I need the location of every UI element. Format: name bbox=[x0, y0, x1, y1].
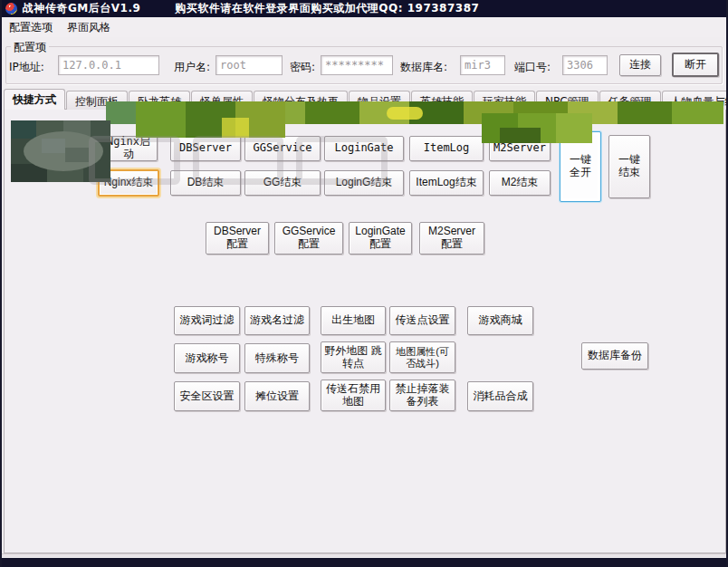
app-window: 战神传奇GM后台V1.9 购买软件请在软件登录界面购买或加代理QQ: 19738… bbox=[0, 0, 728, 567]
logingate-config-button[interactable]: LoginGate 配置 bbox=[349, 222, 412, 255]
teleport-point-button[interactable]: 传送点设置 bbox=[389, 306, 455, 335]
status-strip bbox=[2, 553, 726, 557]
password-input[interactable] bbox=[321, 55, 393, 75]
game-title-button[interactable]: 游戏称号 bbox=[174, 343, 240, 373]
ip-input[interactable] bbox=[58, 55, 159, 75]
ggservice-config-button[interactable]: GGService 配置 bbox=[274, 222, 343, 255]
game-mall-button[interactable]: 游戏商城 bbox=[467, 306, 533, 335]
green-patch-left-watermark bbox=[136, 101, 285, 138]
port-label: 端口号: bbox=[514, 60, 551, 75]
wild-map-jump-button[interactable]: 野外地图 跳转点 bbox=[321, 341, 386, 373]
title-bar: 战神传奇GM后台V1.9 购买软件请在软件登录界面购买或加代理QQ: 19738… bbox=[2, 0, 726, 17]
window-bottom-border bbox=[2, 558, 726, 567]
tab-shortcuts[interactable]: 快捷方式 bbox=[4, 89, 65, 110]
db-backup-button[interactable]: 数据库备份 bbox=[581, 342, 648, 370]
map-attr-combat-button[interactable]: 地图属性(可否战斗) bbox=[389, 341, 455, 373]
translucent-text-watermark bbox=[89, 136, 388, 185]
consumable-craft-button[interactable]: 消耗品合成 bbox=[467, 381, 533, 411]
teleport-stone-ban-button[interactable]: 传送石禁用地图 bbox=[321, 380, 386, 411]
word-filter-button[interactable]: 游戏词过滤 bbox=[174, 306, 240, 335]
password-label: 密码: bbox=[290, 60, 315, 75]
database-label: 数据库名: bbox=[400, 60, 447, 75]
special-title-button[interactable]: 特殊称号 bbox=[244, 343, 310, 373]
username-label: 用户名: bbox=[174, 60, 210, 75]
stall-settings-button[interactable]: 摊位设置 bbox=[244, 381, 310, 411]
birth-map-button[interactable]: 出生地图 bbox=[321, 306, 386, 335]
menu-bar: 配置选项 界面风格 bbox=[2, 17, 726, 37]
dbserver-config-button[interactable]: DBServer 配置 bbox=[206, 222, 269, 255]
m2-stop-button[interactable]: M2结束 bbox=[489, 170, 551, 196]
app-icon bbox=[5, 3, 17, 14]
config-group-label: 配置项 bbox=[11, 40, 49, 55]
no-drop-equip-button[interactable]: 禁止掉落装备列表 bbox=[389, 380, 455, 411]
connect-button[interactable]: 连接 bbox=[619, 54, 661, 76]
username-input[interactable] bbox=[216, 55, 283, 75]
menu-ui-style[interactable]: 界面风格 bbox=[60, 18, 118, 37]
title-notice: 购买软件请在软件登录界面购买或加代理QQ: 197387387 bbox=[175, 1, 479, 16]
itemlog-button[interactable]: ItemLog bbox=[409, 136, 484, 161]
safe-zone-button[interactable]: 安全区设置 bbox=[174, 381, 240, 411]
itemlog-stop-button[interactable]: ItemLog结束 bbox=[409, 170, 484, 196]
menu-config-options[interactable]: 配置选项 bbox=[2, 18, 60, 37]
name-filter-button[interactable]: 游戏名过滤 bbox=[244, 306, 310, 335]
window-title: 战神传奇GM后台V1.9 bbox=[23, 1, 140, 16]
port-input[interactable] bbox=[562, 55, 608, 75]
ip-label: IP地址: bbox=[9, 60, 44, 75]
disconnect-button[interactable]: 断开 bbox=[672, 53, 719, 77]
green-patch-right-watermark bbox=[482, 113, 592, 143]
m2server-config-button[interactable]: M2Server 配置 bbox=[419, 222, 484, 255]
database-input[interactable] bbox=[460, 55, 505, 75]
stop-all-button[interactable]: 一键 结束 bbox=[608, 135, 650, 198]
